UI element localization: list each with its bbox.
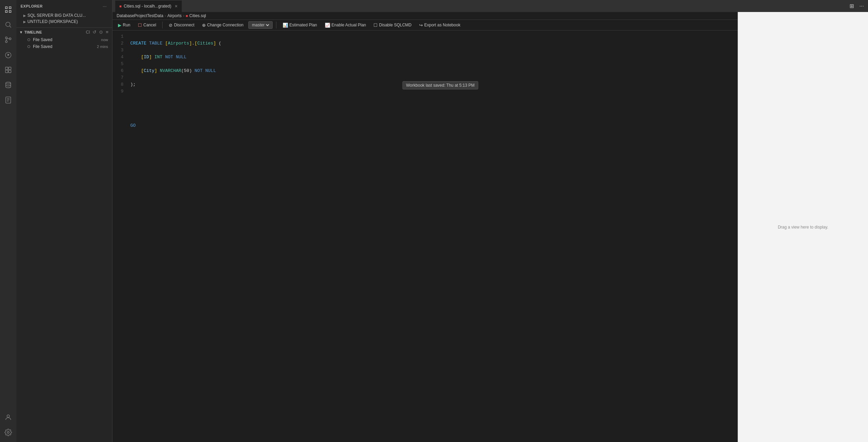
account-icon[interactable] xyxy=(1,410,15,424)
timeline-header[interactable]: ▼ TIMELINE Cl ↺ ⊙ ≡ xyxy=(16,28,112,36)
editor-area: DatabaseProjectTestData › Airports › ■ C… xyxy=(112,12,738,442)
debug-icon[interactable] xyxy=(1,48,15,62)
activity-bar xyxy=(0,0,16,442)
breadcrumb-part-1: DatabaseProjectTestData xyxy=(117,13,163,18)
editor-toolbar: ▶ Run ☐ Cancel ⊘ Disconnect ⊕ Change Co xyxy=(112,20,738,30)
disable-sqlcmd-icon: ☐ xyxy=(373,23,378,28)
export-icon: ↪ xyxy=(419,23,423,28)
line-numbers: 1 2 3 4 5 6 7 8 9 xyxy=(112,30,126,442)
sql-file-icon: ■ xyxy=(186,14,188,18)
change-connection-btn[interactable]: ⊕ Change Connection xyxy=(199,22,246,29)
explorer-icon[interactable] xyxy=(1,3,15,16)
breadcrumb-part-2: Airports xyxy=(167,13,181,18)
export-notebook-btn[interactable]: ↪ Export as Notebook xyxy=(416,22,463,29)
source-control-icon[interactable] xyxy=(1,33,15,47)
editor-tabs: ■ Cities.sql - localh...grated) × xyxy=(115,0,848,12)
breadcrumb: DatabaseProjectTestData › Airports › ■ C… xyxy=(112,12,738,20)
toolbar-sep-1 xyxy=(162,22,163,28)
svg-point-11 xyxy=(7,431,9,433)
settings-icon[interactable] xyxy=(1,426,15,439)
cities-sql-tab[interactable]: ■ Cities.sql - localh...grated) × xyxy=(115,0,182,12)
timeline-filter-btn[interactable]: Cl xyxy=(85,29,91,35)
svg-point-1 xyxy=(5,37,8,39)
extensions-icon[interactable] xyxy=(1,63,15,77)
tab-bar: ■ Cities.sql - localh...grated) × ⊞ ··· xyxy=(112,0,868,12)
run-icon: ▶ xyxy=(118,23,121,28)
svg-point-0 xyxy=(6,22,10,27)
tab-close-btn[interactable]: × xyxy=(175,3,177,9)
estimated-plan-icon: 📊 xyxy=(283,23,288,28)
connection-select[interactable]: master xyxy=(251,22,270,28)
svg-rect-5 xyxy=(9,67,11,70)
enable-actual-icon: 📈 xyxy=(325,23,330,28)
svg-point-2 xyxy=(5,41,8,43)
timeline-sort-btn[interactable]: ↺ xyxy=(92,29,97,35)
svg-rect-6 xyxy=(5,70,8,73)
code-editor[interactable]: 1 2 3 4 5 6 7 8 9 CREATE TABLE [Airports… xyxy=(112,30,738,442)
timeline-item-2[interactable]: File Saved 2 mins xyxy=(16,43,112,50)
timeline-item-1[interactable]: File Saved now xyxy=(16,36,112,43)
toolbar-sep-2 xyxy=(276,22,276,28)
split-editor-btn[interactable]: ⊞ xyxy=(848,1,855,11)
notebook-icon[interactable] xyxy=(1,93,15,107)
enable-actual-plan-btn[interactable]: 📈 Enable Actual Plan xyxy=(322,22,369,29)
sidebar-header-actions: ··· xyxy=(101,3,108,10)
editor-more-btn[interactable]: ··· xyxy=(858,2,865,11)
connection-dropdown[interactable]: master xyxy=(248,21,273,29)
change-connection-icon: ⊕ xyxy=(202,23,206,28)
run-btn[interactable]: ▶ Run xyxy=(115,22,133,29)
collapse-arrow: ▶ xyxy=(23,14,26,17)
disable-sqlcmd-btn[interactable]: ☐ Disable SQLCMD xyxy=(371,22,414,29)
sidebar: Explorer ··· ▶ SQL SERVER BIG DATA CLU..… xyxy=(16,0,112,442)
more-options-btn[interactable]: ··· xyxy=(101,3,108,10)
sql-server-item[interactable]: ▶ SQL SERVER BIG DATA CLU... xyxy=(16,12,112,19)
workspace-item[interactable]: ▶ UNTITLED (WORKSPACE) xyxy=(16,19,112,25)
svg-point-8 xyxy=(6,82,11,84)
search-icon[interactable] xyxy=(1,18,15,32)
svg-point-10 xyxy=(7,415,9,417)
svg-rect-7 xyxy=(9,70,11,73)
estimated-plan-btn[interactable]: 📊 Estimated Plan xyxy=(280,22,320,29)
database-icon[interactable] xyxy=(1,78,15,92)
disconnect-btn[interactable]: ⊘ Disconnect xyxy=(166,22,197,29)
editor-title-actions: ⊞ ··· xyxy=(848,1,865,11)
timeline-settings-btn[interactable]: ≡ xyxy=(105,29,109,35)
disconnect-icon: ⊘ xyxy=(169,23,173,28)
file-icon: ■ xyxy=(119,4,122,8)
right-panel-placeholder: Drag a view here to display. xyxy=(778,225,828,230)
timeline-section: ▼ TIMELINE Cl ↺ ⊙ ≡ File Saved now File … xyxy=(16,27,112,50)
collapse-arrow: ▶ xyxy=(23,20,26,24)
timeline-more-btn[interactable]: ⊙ xyxy=(98,29,104,35)
right-panel: Drag a view here to display. xyxy=(738,12,868,442)
code-content[interactable]: CREATE TABLE [Airports].[Cities] ( [ID] … xyxy=(126,30,738,442)
explorer-header: Explorer ··· xyxy=(16,0,112,12)
breadcrumb-part-3: ■ Cities.sql xyxy=(186,13,206,18)
timeline-actions: Cl ↺ ⊙ ≡ xyxy=(85,29,109,35)
svg-rect-4 xyxy=(5,67,8,70)
tab-label: Cities.sql - localh...grated) xyxy=(124,4,171,9)
svg-rect-9 xyxy=(6,97,11,103)
cancel-icon: ☐ xyxy=(138,23,142,28)
cancel-btn[interactable]: ☐ Cancel xyxy=(135,22,159,29)
